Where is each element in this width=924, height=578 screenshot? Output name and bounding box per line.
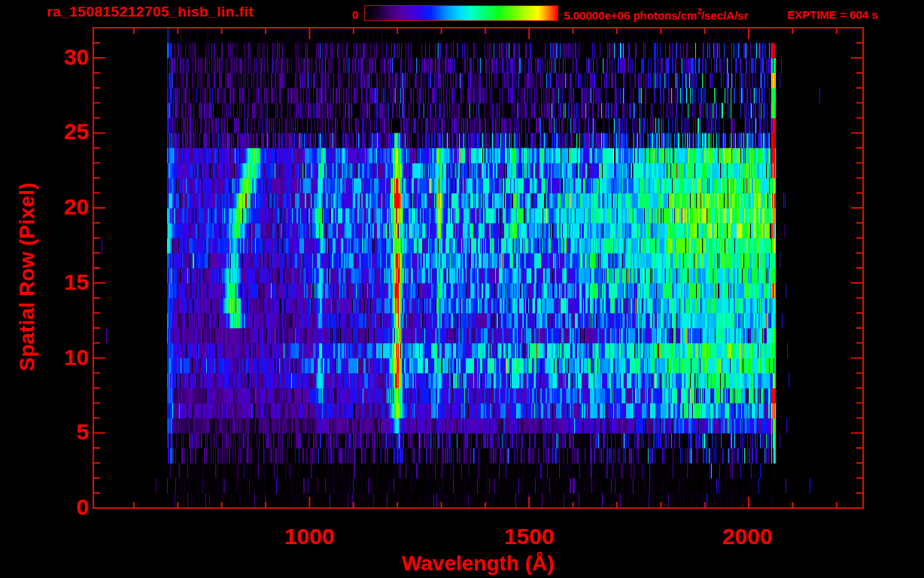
exptime-label: EXPTIME = 604 s (787, 9, 877, 20)
colorbar (364, 5, 558, 21)
colorbar-max-units: /sec/A/sr (701, 9, 749, 22)
x-axis-tick-label: 2000 (702, 525, 792, 548)
y-axis-tick-label: 5 (30, 421, 89, 443)
idl-plot-window: { "header": { "title": "ra_150815212705_… (0, 0, 924, 578)
colorbar-max-value: 5.00000e+06 photons/cm (564, 9, 697, 22)
colorbar-min-label: 0 (328, 9, 358, 20)
y-axis-tick-label: 30 (30, 46, 89, 68)
colorbar-max-exponent: 2 (697, 8, 701, 16)
y-axis-tick-label: 0 (30, 496, 89, 519)
x-axis-tick-label: 1500 (484, 525, 574, 548)
x-axis-tick-label: 1000 (264, 525, 354, 548)
y-axis-tick-label: 20 (30, 196, 89, 218)
colorbar-max-label: 5.00000e+06 photons/cm2/sec/A/sr (564, 9, 748, 21)
y-axis-tick-label: 15 (30, 271, 89, 294)
x-axis-title: Wavelength (Å) (365, 553, 591, 574)
plot-title: ra_150815212705_hisb_lin.fit (47, 5, 254, 19)
spectrogram-heatmap (93, 27, 864, 509)
y-axis-title: Spatial Row (Pixel) (17, 164, 38, 390)
y-axis-tick-label: 25 (30, 120, 89, 143)
colorbar-gradient (365, 6, 558, 20)
y-axis-tick-label: 10 (30, 346, 89, 369)
